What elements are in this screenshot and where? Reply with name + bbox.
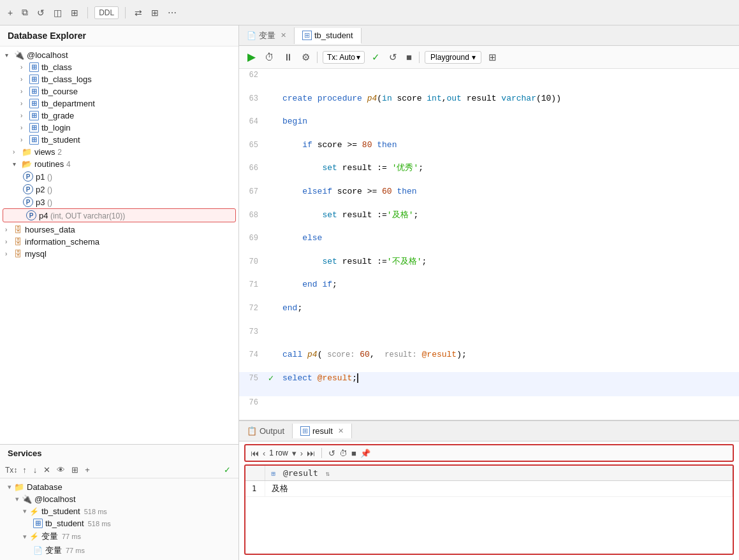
table-icon: ⊞ (29, 99, 39, 108)
col-header-result[interactable]: ⊞ @result ⇅ (265, 466, 733, 481)
tree-item-information_schema[interactable]: › 🗄 information_schema (0, 236, 238, 248)
close-icon[interactable]: ✕ (42, 464, 52, 476)
pause-button[interactable]: ⏸ (281, 50, 295, 64)
line-number: 65 (239, 139, 265, 162)
line-number: 71 (239, 278, 265, 302)
ddl-button[interactable]: DDL (94, 6, 119, 19)
col-sort-icon[interactable]: ⇅ (326, 470, 330, 478)
svc-label: tb_student (45, 519, 84, 528)
line-number: 63 (239, 92, 265, 116)
code-editor[interactable]: 62 63 create procedure p4(in score int,o… (239, 69, 739, 420)
tree-item-tb_department[interactable]: › ⊞ tb_department (0, 97, 238, 110)
tx-select[interactable]: Tx: Auto ▾ (323, 51, 365, 64)
tree-item-mysql[interactable]: › 🗄 mysql (0, 248, 238, 260)
history-button[interactable]: ⏱ (263, 50, 276, 64)
line-number: 69 (239, 232, 265, 255)
tree-item-tb_class[interactable]: › ⊞ tb_class (0, 61, 238, 73)
table-icon[interactable]: ⊞ (68, 6, 81, 19)
add-icon[interactable]: + (84, 464, 91, 476)
svc-item-tb_student_exec[interactable]: ▾ ⚡ tb_student 518 ms (0, 505, 238, 517)
tree-item-tb_student[interactable]: › ⊞ tb_student (0, 134, 238, 146)
stop-icon[interactable]: ■ (351, 449, 356, 458)
tree-item-tb_login[interactable]: › ⊞ tb_login (0, 122, 238, 134)
undo-button[interactable]: ↺ (387, 50, 399, 64)
line-number: 68 (239, 209, 265, 233)
col-header-label: @result (283, 468, 318, 478)
refresh-icon[interactable]: ↺ (328, 449, 335, 458)
playground-button[interactable]: Playground ▾ (425, 51, 481, 64)
tab-bianliang[interactable]: 📄 变量 ✕ (239, 27, 295, 44)
line-number: 66 (239, 162, 265, 185)
tab-label: tb_student (314, 31, 353, 40)
row-number: 1 (245, 481, 265, 497)
proc-icon: P (23, 184, 33, 194)
first-page-icon[interactable]: ⏮ (251, 449, 259, 458)
separator-2 (125, 7, 126, 18)
separator (317, 52, 318, 63)
check-button[interactable]: ✓ (370, 50, 382, 64)
tree-item-views[interactable]: › 📁 views 2 (0, 146, 238, 158)
tab-close-icon[interactable]: ✕ (338, 427, 344, 435)
tab-close-icon[interactable]: ✕ (281, 31, 286, 39)
schema-icon: 🗄 (14, 237, 22, 247)
more-icon[interactable]: ⋯ (165, 6, 179, 19)
item-label: tb_login (41, 123, 71, 133)
copy-icon[interactable]: ⧉ (19, 6, 31, 19)
pin-icon[interactable]: 📌 (360, 449, 370, 458)
tree-item-routines[interactable]: ▾ 📂 routines 4 (0, 158, 238, 170)
stop-button[interactable]: ■ (404, 50, 414, 64)
tree-item-tb_course[interactable]: › ⊞ tb_course (0, 85, 238, 97)
output-icon: 📋 (247, 426, 257, 436)
tree-item-p2[interactable]: P p2 () (0, 183, 238, 196)
prev-page-icon[interactable]: ‹ (263, 449, 265, 458)
tree-item-p1[interactable]: P p1 () (0, 170, 238, 183)
row-num-header (245, 466, 265, 481)
expand-arrow: ▾ (15, 495, 19, 503)
tab-tb_student[interactable]: ⊞ tb_student (295, 28, 362, 44)
history-icon[interactable]: ⏱ (339, 449, 348, 458)
arrow-icon: › (13, 148, 20, 155)
svc-item-database[interactable]: ▾ 📁 Database (0, 481, 238, 493)
svc-item-bianliang-inner[interactable]: 📄 变量 77 ms (0, 543, 238, 557)
root-icon: 🔌 (14, 50, 24, 60)
code-line-75: 75 ✓ select @result; (239, 372, 739, 396)
next-page-icon[interactable]: › (300, 449, 303, 458)
line-number: 75 (239, 372, 265, 396)
proc-icon: P (26, 210, 36, 220)
rows-dropdown-icon[interactable]: ▾ (292, 449, 296, 458)
line-number: 67 (239, 185, 265, 209)
down-icon[interactable]: ↓ (32, 464, 39, 476)
tab-result[interactable]: ⊞ result ✕ (293, 424, 352, 438)
chevron-down-icon: ▾ (356, 53, 360, 62)
add-icon[interactable]: + (5, 6, 15, 19)
grid-icon[interactable]: ⊞ (149, 6, 161, 19)
tree-item-tb_grade[interactable]: › ⊞ tb_grade (0, 110, 238, 122)
svc-item-tb_student_inner[interactable]: ⊞ tb_student 518 ms (0, 517, 238, 529)
svc-label: 变量 (41, 531, 58, 542)
run-button[interactable]: ▶ (245, 49, 258, 65)
settings-button[interactable]: ⚙ (300, 50, 312, 64)
last-page-icon[interactable]: ⏭ (307, 449, 315, 458)
item-label: mysql (25, 249, 47, 259)
schema-icon[interactable]: ◫ (51, 6, 64, 19)
line-content: else (277, 232, 739, 255)
new-tab-icon[interactable]: ⊞ (70, 464, 80, 476)
arrow-icon: › (20, 124, 28, 131)
tree-item-p4[interactable]: P p4 (int, OUT varchar(10)) (3, 208, 236, 222)
svc-item-bianliang-exec[interactable]: ▾ ⚡ 变量 77 ms (0, 529, 238, 543)
table-view-button[interactable]: ⊞ (487, 50, 499, 64)
folder-icon: 📂 (22, 159, 32, 169)
tree-item-tb_class_logs[interactable]: › ⊞ tb_class_logs (0, 73, 238, 85)
svc-item-localhost[interactable]: ▾ 🔌 @localhost (0, 493, 238, 505)
item-label: tb_class_logs (41, 75, 92, 84)
tree-item-hourses_data[interactable]: › 🗄 hourses_data (0, 224, 238, 236)
svc-time: 518 ms (88, 520, 111, 528)
tab-output[interactable]: 📋 Output (239, 424, 293, 438)
code-line-74: 74 call p4( score: 60, result: @result); (239, 348, 739, 372)
tree-item-p3[interactable]: P p3 () (0, 196, 238, 208)
eye-icon[interactable]: 👁 (55, 464, 66, 476)
transfer-icon[interactable]: ⇄ (132, 6, 145, 19)
up-icon[interactable]: ↑ (21, 464, 28, 476)
refresh-icon[interactable]: ↺ (34, 6, 47, 19)
tree-root-localhost[interactable]: ▾ 🔌 @localhost (0, 49, 238, 61)
